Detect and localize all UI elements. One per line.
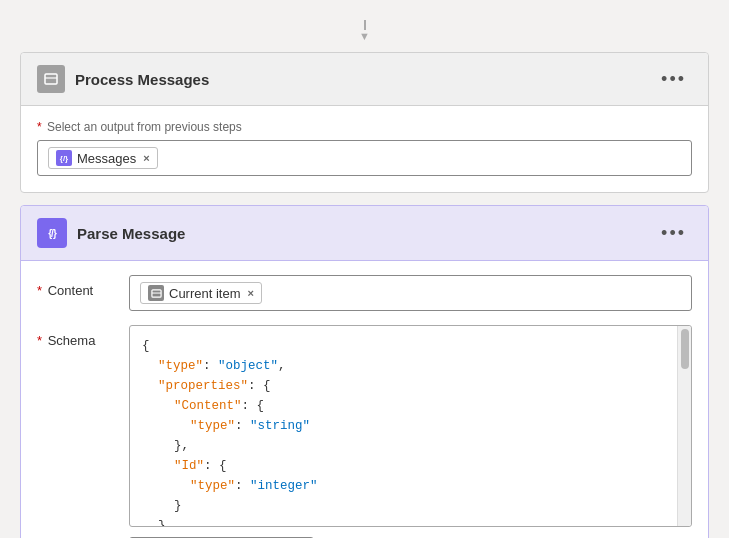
process-messages-ellipsis[interactable]: ••• — [655, 67, 692, 92]
svg-rect-0 — [45, 74, 57, 84]
main-container: ▼ Process Messages ••• * Select an outpu… — [20, 20, 709, 538]
current-item-chip[interactable]: Current item × — [140, 282, 262, 304]
current-item-close[interactable]: × — [248, 287, 254, 299]
parse-message-card: {/} Parse Message ••• * Content — [20, 205, 709, 538]
current-item-label: Current item — [169, 286, 241, 301]
schema-editor-area: { "type": "object", "properties": { "Con… — [129, 325, 692, 538]
content-token-input[interactable]: Current item × — [129, 275, 692, 311]
schema-scrollbar[interactable] — [677, 326, 691, 526]
process-messages-title: Process Messages — [75, 71, 209, 88]
output-token-input[interactable]: {/} Messages × — [37, 140, 692, 176]
schema-code: { "type": "object", "properties": { "Con… — [130, 326, 691, 526]
parse-message-icon: {/} — [37, 218, 67, 248]
parse-message-title-group: {/} Parse Message — [37, 218, 185, 248]
process-messages-header: Process Messages ••• — [21, 53, 708, 106]
schema-scrollbar-thumb — [681, 329, 689, 369]
content-input-area: Current item × — [129, 275, 692, 311]
parse-message-header: {/} Parse Message ••• — [21, 206, 708, 261]
messages-token-chip[interactable]: {/} Messages × — [48, 147, 158, 169]
schema-label: * Schema — [37, 325, 117, 348]
messages-token-icon: {/} — [56, 150, 72, 166]
messages-token-label: Messages — [77, 151, 136, 166]
content-label: * Content — [37, 275, 117, 298]
current-item-chip-icon — [148, 285, 164, 301]
parse-message-ellipsis[interactable]: ••• — [655, 221, 692, 246]
process-messages-body: * Select an output from previous steps {… — [21, 106, 708, 192]
process-messages-title-group: Process Messages — [37, 65, 209, 93]
output-field-label: * Select an output from previous steps — [37, 120, 692, 134]
messages-token-close[interactable]: × — [143, 152, 149, 164]
schema-row: * Schema { "type": "object", "properties… — [37, 325, 692, 538]
parse-message-body: * Content Current item — [21, 261, 708, 538]
process-messages-card: Process Messages ••• * Select an output … — [20, 52, 709, 193]
parse-message-title: Parse Message — [77, 225, 185, 242]
schema-editor[interactable]: { "type": "object", "properties": { "Con… — [129, 325, 692, 527]
process-messages-icon — [37, 65, 65, 93]
content-row: * Content Current item — [37, 275, 692, 311]
